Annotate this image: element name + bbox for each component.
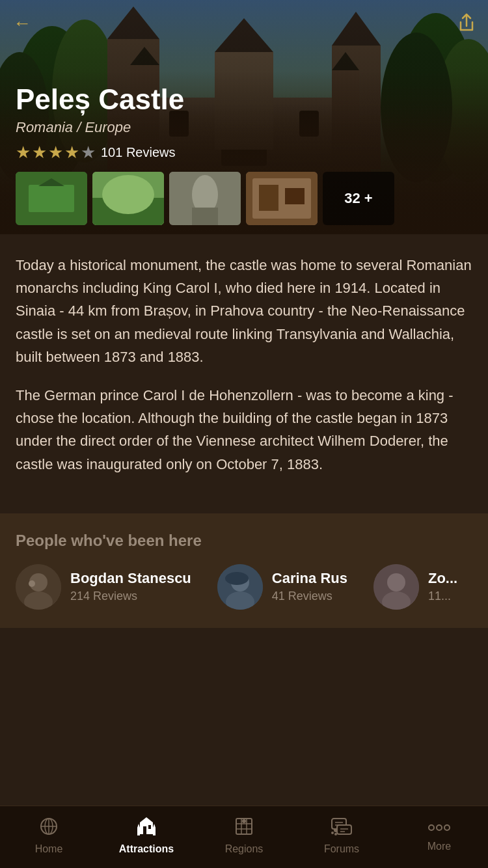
attraction-title: Peleș Castle	[16, 84, 472, 115]
svg-point-76	[437, 825, 442, 830]
hero-section: ← Peleș Castle Romania / Europe ★ ★ ★ ★ …	[0, 0, 488, 234]
nav-item-regions[interactable]: Regions	[195, 806, 293, 868]
thumbnail-1[interactable]	[16, 172, 87, 225]
people-row: Bogdan Stanescu 214 Reviews Carina Rus 4…	[16, 564, 472, 610]
nav-item-attractions[interactable]: Attractions	[98, 806, 195, 868]
svg-marker-58	[137, 824, 140, 828]
svg-rect-25	[29, 185, 74, 212]
person-reviews-1: 214 Reviews	[70, 590, 191, 603]
person-info-3: Zo... 11...	[428, 570, 457, 603]
person-info-1: Bogdan Stanescu 214 Reviews	[70, 570, 191, 603]
home-icon	[38, 816, 59, 840]
star-2: ★	[32, 142, 47, 163]
person-card-3[interactable]: Zo... 11...	[373, 564, 457, 610]
svg-point-77	[444, 825, 450, 830]
nav-label-more: More	[427, 841, 451, 852]
thumbnail-3[interactable]	[169, 172, 241, 225]
regions-icon	[234, 816, 254, 840]
person-card-2[interactable]: Carina Rus 41 Reviews	[217, 564, 347, 610]
description-text: Today a historical monument, the castle …	[16, 254, 472, 476]
description-paragraph-2: The German prince Carol I de Hohenzoller…	[16, 384, 472, 476]
person-info-2: Carina Rus 41 Reviews	[272, 570, 347, 603]
attractions-icon	[135, 816, 158, 840]
person-reviews-3: 11...	[428, 590, 457, 603]
nav-item-home[interactable]: Home	[0, 806, 98, 868]
svg-point-65	[242, 819, 246, 823]
svg-point-73	[334, 833, 337, 835]
svg-point-46	[387, 573, 405, 591]
star-5: ★	[81, 142, 96, 163]
star-1: ★	[16, 142, 31, 163]
star-4: ★	[64, 142, 79, 163]
description-section: Today a historical monument, the castle …	[0, 234, 488, 513]
reviews-count: 101 Reviews	[101, 145, 176, 160]
attraction-location: Romania / Europe	[16, 119, 472, 136]
svg-point-44	[225, 572, 249, 585]
svg-rect-36	[285, 188, 305, 204]
svg-point-72	[334, 828, 338, 832]
thumbnail-row: 32 +	[16, 172, 472, 225]
bottom-nav: Home Attractions	[0, 806, 488, 868]
person-name-2: Carina Rus	[272, 570, 347, 587]
avatar-2	[217, 564, 263, 610]
svg-rect-55	[148, 825, 151, 829]
hero-overlay: Peleș Castle Romania / Europe ★ ★ ★ ★ ★ …	[0, 71, 488, 234]
nav-label-forums: Forums	[324, 843, 359, 855]
svg-marker-53	[140, 817, 153, 822]
person-reviews-2: 41 Reviews	[272, 590, 347, 603]
svg-point-40	[29, 580, 35, 587]
thumbnail-4[interactable]	[246, 172, 318, 225]
nav-label-attractions: Attractions	[119, 843, 174, 855]
people-section: People who've been here Bogdan Stanescu …	[0, 513, 488, 628]
svg-point-74	[331, 832, 334, 834]
thumbnail-2[interactable]	[92, 172, 164, 225]
back-button[interactable]: ←	[13, 13, 31, 34]
svg-point-75	[429, 825, 434, 830]
svg-rect-54	[143, 826, 146, 834]
avatar-1	[16, 564, 61, 610]
person-name-3: Zo...	[428, 570, 457, 587]
share-button[interactable]	[458, 13, 475, 36]
person-name-1: Bogdan Stanescu	[70, 570, 191, 587]
more-icon	[427, 818, 451, 837]
svg-rect-69	[337, 825, 351, 834]
more-photos[interactable]: 32 +	[323, 172, 394, 225]
svg-point-29	[102, 175, 154, 214]
avatar-3	[373, 564, 419, 610]
people-section-title: People who've been here	[16, 532, 472, 550]
description-paragraph-1: Today a historical monument, the castle …	[16, 254, 472, 368]
svg-rect-32	[192, 208, 218, 225]
svg-marker-59	[153, 824, 156, 828]
nav-item-forums[interactable]: Forums	[293, 806, 390, 868]
nav-label-home: Home	[35, 843, 63, 855]
rating-row: ★ ★ ★ ★ ★ 101 Reviews	[16, 142, 472, 163]
star-rating: ★ ★ ★ ★ ★	[16, 142, 96, 163]
nav-label-regions: Regions	[225, 843, 264, 855]
svg-rect-56	[137, 828, 140, 835]
svg-rect-57	[153, 828, 156, 835]
person-card-1[interactable]: Bogdan Stanescu 214 Reviews	[16, 564, 191, 610]
star-3: ★	[48, 142, 63, 163]
svg-rect-35	[259, 185, 278, 211]
nav-item-more[interactable]: More	[390, 806, 488, 868]
forums-icon	[331, 816, 353, 840]
